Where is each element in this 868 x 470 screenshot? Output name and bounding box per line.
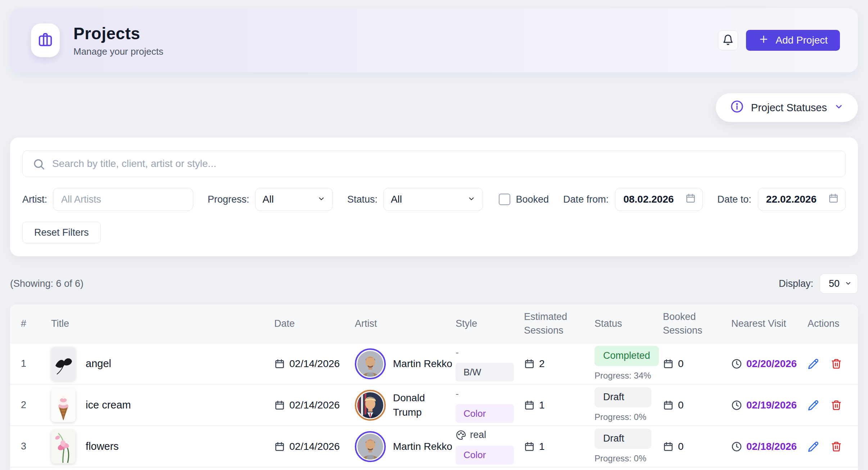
delete-button[interactable] [831, 399, 842, 411]
bell-icon [722, 34, 734, 47]
column-header-date: Date [274, 317, 355, 331]
nearest-visit[interactable]: 02/20/2026 [731, 357, 808, 371]
booked-sessions: 0 [663, 357, 731, 371]
artist-name: Martin Rekko [393, 357, 452, 371]
info-icon [730, 100, 744, 116]
estimated-sessions: 2 [524, 357, 595, 371]
style-name: - [456, 387, 459, 400]
artist-avatar[interactable] [355, 431, 386, 462]
progress-text: Progress: 34% [595, 370, 651, 382]
date-to-value: 22.02.2026 [766, 194, 817, 205]
project-date: 02/14/2026 [274, 439, 355, 453]
project-title[interactable]: ice cream [86, 398, 131, 412]
nearest-visit[interactable]: 02/18/2026 [731, 439, 808, 453]
search-input[interactable] [22, 150, 846, 177]
chevron-down-icon [467, 194, 475, 205]
artist-avatar[interactable] [355, 348, 386, 379]
booked-sessions: 0 [663, 439, 731, 453]
calendar-icon [274, 358, 285, 369]
reset-filters-button[interactable]: Reset Filters [22, 222, 101, 243]
style-tag: B/W [456, 363, 514, 381]
project-thumbnail[interactable] [51, 347, 76, 381]
status-badge: Draft [595, 429, 651, 449]
palette-icon [456, 430, 466, 440]
filters-panel: Artist: Progress: All Status: All Booked… [10, 137, 858, 256]
calendar-icon [828, 193, 839, 206]
delete-button[interactable] [831, 358, 842, 370]
date-to-input[interactable]: 22.02.2026 [758, 188, 846, 211]
booked-checkbox[interactable] [499, 194, 510, 205]
display-count-select[interactable]: 50 [820, 274, 858, 294]
display-label: Display: [779, 278, 813, 289]
style-name: real [456, 428, 486, 442]
row-number: 2 [21, 398, 51, 412]
table-row: 1 angel 02/14/2026 Martin Rekko - B/W 2 … [10, 343, 858, 385]
style-tag: Color [456, 446, 514, 464]
delete-icon [831, 358, 842, 370]
table-header-row: #TitleDateArtistStyleEstimated SessionsS… [10, 304, 858, 343]
add-project-button[interactable]: Add Project [746, 30, 840, 51]
column-header-status: Status [595, 317, 663, 331]
edit-icon [808, 441, 819, 452]
table-row: 3 flowers 02/14/2026 Martin Rekko real [10, 426, 858, 467]
booked-sessions: 0 [663, 398, 731, 412]
progress-select[interactable]: All [255, 188, 333, 211]
progress-filter-label: Progress: [208, 194, 249, 205]
project-thumbnail[interactable] [51, 388, 76, 422]
add-project-label: Add Project [776, 35, 828, 46]
nearest-visit[interactable]: 02/19/2026 [731, 398, 808, 412]
calendar-icon [685, 193, 696, 206]
page-subtitle: Manage your projects [73, 46, 163, 57]
column-header-nearest-visit: Nearest Visit [731, 317, 808, 331]
artist-filter-label: Artist: [22, 194, 47, 205]
column-header-booked-sessions: Booked Sessions [663, 310, 731, 338]
notifications-button[interactable] [718, 30, 738, 50]
column-header-actions: Actions [808, 317, 847, 331]
calendar-icon [274, 400, 285, 411]
status-filter-label: Status: [347, 194, 378, 205]
edit-button[interactable] [808, 441, 819, 452]
estimated-sessions: 1 [524, 439, 595, 453]
column-header-title: Title [51, 317, 274, 331]
artist-avatar[interactable] [355, 390, 386, 421]
search-icon [32, 158, 45, 172]
status-select[interactable]: All [383, 188, 483, 211]
edit-button[interactable] [808, 399, 819, 411]
chevron-down-icon [317, 194, 325, 205]
column-header-estimated-sessions: Estimated Sessions [524, 310, 595, 338]
status-badge: Completed [595, 346, 659, 366]
calendar-icon [524, 358, 535, 369]
display-count-value: 50 [829, 278, 840, 289]
project-thumbnail[interactable] [51, 430, 76, 464]
project-title[interactable]: flowers [86, 439, 119, 454]
artist-name: Martin Rekko [393, 439, 452, 453]
style-name: - [456, 346, 459, 359]
column-header-artist: Artist [355, 317, 456, 331]
project-statuses-label: Project Statuses [751, 102, 827, 114]
showing-count: (Showing: 6 of 6) [10, 278, 83, 289]
booked-checkbox-label: Booked [516, 194, 549, 205]
progress-text: Progress: 0% [595, 411, 646, 423]
calendar-icon [663, 358, 674, 369]
delete-icon [831, 399, 842, 411]
page-title: Projects [73, 24, 163, 43]
calendar-icon [663, 441, 674, 452]
chevron-down-icon [834, 102, 844, 114]
edit-button[interactable] [808, 358, 819, 370]
date-from-label: Date from: [563, 194, 609, 205]
estimated-sessions: 1 [524, 398, 595, 412]
artist-filter-input[interactable] [53, 188, 193, 211]
project-statuses-button[interactable]: Project Statuses [716, 93, 858, 122]
row-number: 1 [21, 357, 51, 371]
page-header: Projects Manage your projects Add Projec… [10, 8, 858, 72]
edit-icon [808, 399, 819, 411]
project-date: 02/14/2026 [274, 398, 355, 412]
chevron-down-icon [845, 278, 852, 289]
delete-button[interactable] [831, 441, 842, 452]
project-title[interactable]: angel [86, 356, 111, 371]
progress-select-value: All [263, 194, 274, 205]
date-from-input[interactable]: 08.02.2026 [615, 188, 703, 211]
clock-icon [731, 358, 742, 369]
edit-icon [808, 358, 819, 370]
delete-icon [831, 441, 842, 452]
